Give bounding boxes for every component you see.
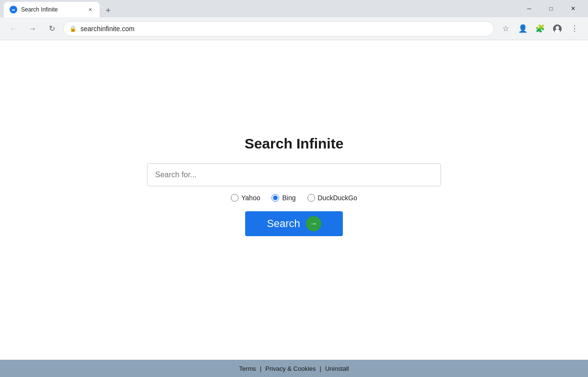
refresh-icon: ↻	[49, 24, 55, 33]
extension-button[interactable]: 🧩	[532, 21, 548, 36]
tab-favicon	[10, 6, 17, 13]
tab-close-button[interactable]: ✕	[86, 6, 94, 13]
user-avatar-button[interactable]	[550, 21, 565, 36]
menu-icon: ⋮	[571, 24, 578, 33]
terms-link[interactable]: Terms	[239, 365, 256, 372]
search-button-label: Search	[267, 217, 300, 230]
engine-duckduckgo[interactable]: DuckDuckGo	[307, 194, 357, 202]
search-input[interactable]	[147, 163, 441, 186]
menu-button[interactable]: ⋮	[567, 21, 582, 36]
back-button[interactable]: ←	[6, 21, 21, 36]
active-tab[interactable]: Search Infinite ✕	[4, 2, 100, 17]
uninstall-link[interactable]: Uninstall	[325, 365, 349, 372]
forward-button[interactable]: →	[25, 21, 40, 36]
duckduckgo-radio[interactable]	[307, 194, 315, 202]
search-arrow-icon: →	[306, 216, 321, 231]
lock-icon: 🔒	[69, 25, 77, 32]
avatar-icon	[553, 24, 562, 33]
browser-content: Search Infinite Yahoo Bing DuckDuckGo Se…	[0, 40, 588, 377]
puzzle-icon: 🧩	[535, 24, 545, 33]
titlebar: Search Infinite ✕ + ─ □ ✕	[0, 0, 588, 17]
maximize-button[interactable]: □	[540, 0, 562, 17]
footer-sep-2: |	[320, 365, 321, 372]
profile-button[interactable]: 👤	[515, 21, 531, 36]
back-icon: ←	[10, 24, 17, 33]
footer: Terms | Privacy & Cookies | Uninstall	[0, 360, 588, 377]
refresh-button[interactable]: ↻	[44, 21, 59, 36]
bing-radio[interactable]	[271, 194, 279, 202]
engine-options: Yahoo Bing DuckDuckGo	[231, 194, 357, 202]
footer-sep-1: |	[260, 365, 261, 372]
forward-icon: →	[29, 24, 36, 33]
tab-title: Search Infinite	[21, 6, 82, 13]
window-controls: ─ □ ✕	[518, 0, 584, 17]
site-title: Search Infinite	[245, 136, 344, 152]
search-input-wrapper	[147, 163, 441, 186]
yahoo-radio[interactable]	[231, 194, 238, 202]
profile-icon: 👤	[518, 24, 528, 33]
address-bar[interactable]: 🔒 searchinfinite.com	[63, 21, 494, 36]
bing-label: Bing	[282, 194, 295, 202]
yahoo-label: Yahoo	[241, 194, 260, 202]
page-content: Search Infinite Yahoo Bing DuckDuckGo Se…	[0, 40, 588, 360]
bookmark-icon: ☆	[502, 24, 509, 33]
navbar: ← → ↻ 🔒 searchinfinite.com ☆ 👤 🧩 ⋮	[0, 17, 588, 40]
search-button[interactable]: Search →	[245, 211, 343, 236]
minimize-button[interactable]: ─	[518, 0, 540, 17]
address-text: searchinfinite.com	[80, 25, 488, 33]
svg-point-1	[556, 26, 559, 29]
duckduckgo-label: DuckDuckGo	[318, 194, 357, 202]
new-tab-button[interactable]: +	[102, 4, 115, 17]
navbar-actions: ☆ 👤 🧩 ⋮	[498, 21, 582, 36]
engine-yahoo[interactable]: Yahoo	[231, 194, 260, 202]
engine-bing[interactable]: Bing	[271, 194, 295, 202]
bookmark-button[interactable]: ☆	[498, 21, 513, 36]
tab-strip: Search Infinite ✕ +	[4, 0, 518, 17]
close-button[interactable]: ✕	[562, 0, 584, 17]
privacy-link[interactable]: Privacy & Cookies	[265, 365, 316, 372]
